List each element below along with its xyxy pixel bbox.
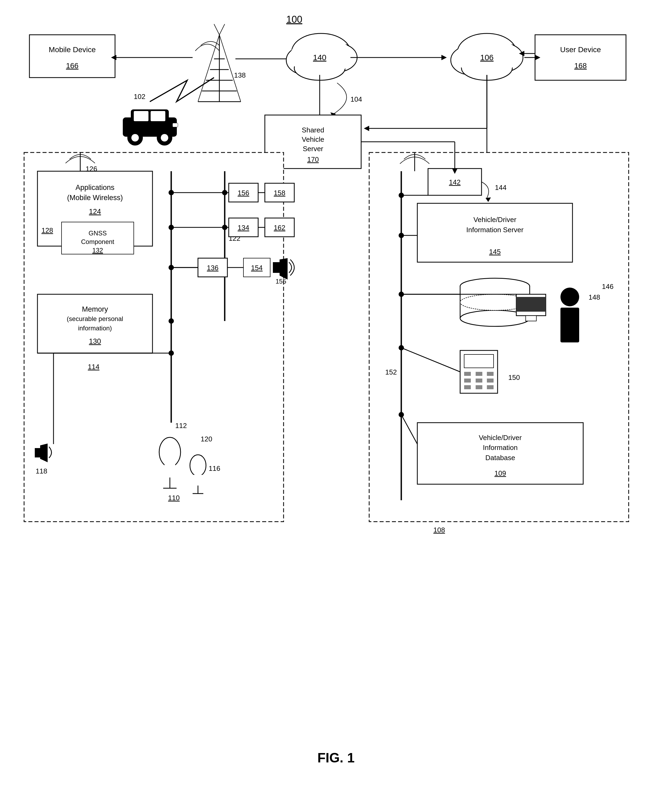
svg-rect-128 (487, 372, 494, 376)
label-120: 120 (200, 435, 212, 443)
svg-text:158: 158 (274, 189, 285, 197)
fig-caption: FIG. 1 (318, 750, 355, 765)
svg-text:Database: Database (485, 454, 515, 462)
svg-point-61 (168, 319, 174, 324)
user-device-box (535, 35, 626, 80)
label-116: 116 (208, 464, 220, 472)
svg-rect-127 (476, 372, 482, 376)
user-device-number: 168 (574, 61, 587, 70)
svg-text:information): information) (78, 325, 112, 332)
vehicle-number-label: 102 (134, 92, 145, 100)
label-152: 152 (385, 368, 397, 376)
svg-rect-83 (35, 448, 40, 458)
mobile-device-label: Mobile Device (49, 45, 96, 54)
mobile-device-number: 166 (66, 61, 79, 70)
svg-text:154: 154 (251, 264, 262, 272)
svg-text:130: 130 (89, 337, 101, 345)
svg-rect-132 (464, 385, 471, 389)
svg-text:Memory: Memory (82, 305, 108, 313)
diagram: 100 Mobile Device 166 138 (0, 0, 672, 802)
svg-rect-88 (165, 464, 175, 477)
label-118: 118 (36, 467, 47, 475)
svg-point-91 (190, 455, 206, 476)
svg-rect-92 (193, 475, 203, 485)
arrow-104: 104 (351, 95, 362, 103)
box-128: 128 (42, 226, 53, 234)
svg-point-87 (159, 437, 181, 467)
svg-text:Vehicle: Vehicle (302, 135, 324, 143)
svg-rect-120 (516, 297, 546, 312)
svg-rect-133 (476, 385, 482, 389)
cloud-106-number: 106 (480, 53, 494, 62)
svg-text:156: 156 (237, 189, 249, 197)
system-number: 100 (286, 14, 302, 25)
phone-icon-150 (460, 351, 498, 393)
svg-rect-119 (526, 316, 536, 321)
label-155: 155 (276, 278, 286, 285)
svg-text:Information: Information (483, 443, 518, 451)
svg-text:Vehicle/Driver: Vehicle/Driver (473, 216, 517, 224)
svg-text:Applications: Applications (76, 184, 115, 192)
svg-text:Information Server: Information Server (466, 226, 523, 234)
svg-rect-122 (561, 308, 579, 343)
svg-point-121 (561, 288, 579, 306)
svg-rect-125 (464, 354, 494, 368)
svg-text:142: 142 (449, 178, 460, 186)
shared-vehicle-server-label: Shared (302, 126, 324, 134)
label-110: 110 (168, 494, 179, 502)
svg-text:(Mobile Wireless): (Mobile Wireless) (67, 194, 123, 202)
svg-rect-129 (464, 378, 471, 383)
label-108: 108 (433, 526, 445, 534)
svg-text:145: 145 (489, 248, 501, 256)
svg-text:134: 134 (237, 224, 249, 232)
label-114: 114 (88, 363, 99, 371)
svg-rect-40 (134, 111, 149, 121)
svg-text:Server: Server (303, 145, 323, 153)
cloud-140-number: 140 (313, 53, 326, 62)
svg-point-45 (161, 134, 168, 142)
svg-text:162: 162 (274, 224, 285, 232)
tower-number: 138 (234, 71, 246, 79)
svg-text:GNSS: GNSS (89, 230, 107, 237)
svg-text:132: 132 (92, 247, 103, 254)
user-device-label: User Device (560, 45, 601, 54)
svg-rect-130 (476, 378, 482, 383)
svg-point-43 (131, 134, 139, 142)
svg-text:(securable personal: (securable personal (67, 315, 123, 322)
shared-vehicle-server-number: 170 (307, 155, 318, 163)
label-148: 148 (588, 293, 600, 301)
label-144: 144 (495, 184, 506, 192)
label-150: 150 (508, 374, 520, 382)
label-112: 112 (175, 422, 187, 430)
svg-text:Component: Component (81, 238, 114, 245)
svg-rect-134 (487, 385, 494, 389)
mobile-device-box (29, 35, 115, 78)
svg-rect-131 (487, 378, 494, 383)
svg-text:124: 124 (89, 208, 101, 216)
svg-rect-46 (173, 123, 178, 127)
svg-text:Vehicle/Driver: Vehicle/Driver (479, 433, 522, 441)
svg-rect-81 (273, 262, 279, 273)
svg-text:136: 136 (207, 264, 218, 272)
svg-rect-41 (150, 111, 165, 121)
svg-rect-126 (464, 372, 471, 376)
label-146: 146 (602, 283, 614, 291)
svg-text:109: 109 (494, 469, 506, 477)
